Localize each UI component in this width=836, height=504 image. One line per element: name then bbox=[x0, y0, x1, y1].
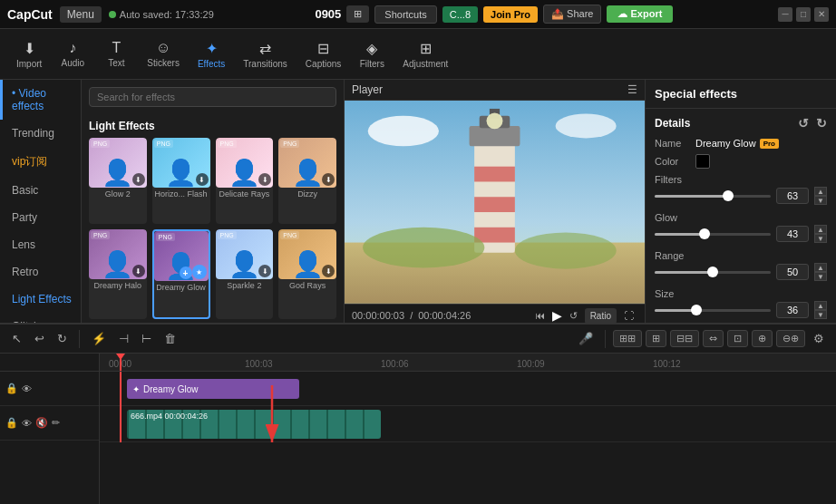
nav-retro[interactable]: Retro bbox=[0, 258, 81, 286]
loop-button[interactable]: ↺ bbox=[566, 308, 581, 323]
filters-down[interactable]: ▼ bbox=[814, 196, 827, 205]
fullscreen-button[interactable]: ⛶ bbox=[620, 308, 637, 323]
effect-godrays[interactable]: 👤 PNG ⬇ God Rays bbox=[278, 229, 336, 319]
svg-rect-4 bbox=[474, 197, 515, 212]
lock-icon[interactable]: 🔒 bbox=[5, 383, 18, 394]
svg-rect-3 bbox=[474, 167, 515, 182]
effect-glow2[interactable]: 👤 PNG ⬇ Glow 2 bbox=[89, 138, 147, 224]
redo-button[interactable]: ↻ bbox=[53, 329, 72, 348]
glow-value[interactable] bbox=[776, 226, 809, 242]
rewind-button[interactable]: ⏮ bbox=[531, 308, 549, 323]
audio-tool[interactable]: ♪ Audio bbox=[53, 36, 92, 72]
nav-lens[interactable]: Lens bbox=[0, 231, 81, 258]
trim-right-tool[interactable]: ⊢ bbox=[137, 329, 156, 348]
delete-tool[interactable]: 🗑 bbox=[160, 329, 180, 348]
reset-button[interactable]: ↺ bbox=[798, 116, 809, 131]
effects-tool[interactable]: ✦ Effects bbox=[190, 36, 232, 73]
captions-tool[interactable]: ⊟ Captions bbox=[298, 36, 348, 73]
shortcuts-button[interactable]: Shortcuts bbox=[374, 5, 436, 24]
color-swatch[interactable] bbox=[695, 154, 710, 169]
lock-icon2[interactable]: 🔒 bbox=[5, 417, 18, 429]
import-tool[interactable]: ⬇ Import bbox=[9, 36, 49, 73]
eye-icon[interactable]: 👁 bbox=[22, 383, 32, 394]
range-up[interactable]: ▲ bbox=[814, 263, 827, 272]
join-pro-button[interactable]: Join Pro bbox=[483, 6, 538, 23]
size-spinner[interactable]: ▲ ▼ bbox=[814, 301, 827, 319]
select-tool[interactable]: ↖ bbox=[7, 329, 26, 348]
dreamy-glow-clip[interactable]: ✦ Dreamy Glow bbox=[127, 379, 299, 399]
nav-trending[interactable]: Trending bbox=[0, 120, 81, 147]
minimize-button[interactable]: ─ bbox=[778, 7, 792, 22]
effect-delicate[interactable]: 👤 PNG ⬇ Delicate Rays bbox=[216, 138, 274, 224]
effect-dreamyhalo[interactable]: 👤 PNG ⬇ Dreamy Halo bbox=[89, 229, 147, 319]
effect-sparkle2[interactable]: 👤 PNG ⬇ Sparkle 2 bbox=[216, 229, 274, 319]
mute-icon[interactable]: 🔇 bbox=[35, 417, 48, 429]
mic-button[interactable]: 🎤 bbox=[574, 329, 598, 348]
undo-button[interactable]: ↩ bbox=[30, 329, 49, 348]
glow-down[interactable]: ▼ bbox=[814, 234, 827, 243]
share-button[interactable]: 📤 Share bbox=[543, 5, 601, 24]
ruler-mark-1: 100:03 bbox=[245, 359, 273, 369]
size-value[interactable] bbox=[776, 302, 809, 318]
fullscreen-button[interactable]: ⊞ bbox=[346, 5, 369, 23]
nav-glitch[interactable]: Glitch bbox=[0, 313, 81, 323]
user-button[interactable]: C...8 bbox=[442, 6, 478, 23]
video-clip[interactable]: 666.mp4 00:00:04:26 bbox=[127, 410, 381, 439]
redo-button[interactable]: ↻ bbox=[816, 116, 827, 131]
tl-btn6[interactable]: ⊕ bbox=[752, 330, 773, 347]
glow-up[interactable]: ▲ bbox=[814, 225, 827, 234]
range-spinner[interactable]: ▲ ▼ bbox=[814, 263, 827, 281]
filters-slider[interactable] bbox=[655, 195, 771, 198]
tracks-container: ✦ Dreamy Glow 666.mp4 00:00:04:26 bbox=[100, 372, 836, 442]
eye-icon2[interactable]: 👁 bbox=[22, 418, 32, 429]
trim-left-tool[interactable]: ⊣ bbox=[114, 329, 133, 348]
transitions-label: Transitions bbox=[243, 59, 287, 69]
filters-tool[interactable]: ◈ Filters bbox=[352, 36, 392, 73]
text-icon: T bbox=[112, 40, 121, 56]
search-input[interactable] bbox=[89, 87, 336, 107]
play-button[interactable]: ▶ bbox=[552, 308, 562, 323]
nav-party[interactable]: Party bbox=[0, 204, 81, 231]
ruler-mark-3: 100:09 bbox=[517, 359, 545, 369]
menu-button[interactable]: Menu bbox=[60, 6, 102, 23]
glow-slider[interactable] bbox=[655, 233, 771, 236]
zoom-btn[interactable]: ⊖⊕ bbox=[776, 330, 805, 347]
nav-basic[interactable]: Basic bbox=[0, 177, 81, 204]
range-value[interactable] bbox=[776, 264, 809, 280]
split-tool[interactable]: ⚡ bbox=[87, 329, 111, 348]
transitions-tool[interactable]: ⇄ Transitions bbox=[236, 36, 295, 73]
filters-value[interactable] bbox=[776, 188, 809, 204]
stickers-tool[interactable]: ☺ Stickers bbox=[140, 36, 187, 72]
effect-dreamyglow[interactable]: 👤 PNG ★ + Dreamy Glow bbox=[152, 229, 210, 319]
export-button[interactable]: ☁ Export bbox=[607, 5, 673, 23]
filters-up[interactable]: ▲ bbox=[814, 187, 827, 196]
tl-btn2[interactable]: ⊞ bbox=[646, 330, 666, 347]
adjustment-label: Adjustment bbox=[403, 59, 448, 69]
effect-dizzy[interactable]: 👤 PNG ⬇ Dizzy bbox=[278, 138, 336, 224]
tl-btn3[interactable]: ⊟⊟ bbox=[670, 330, 699, 347]
tl-btn1[interactable]: ⊞⊞ bbox=[613, 330, 642, 347]
range-slider[interactable] bbox=[655, 271, 771, 274]
effects-icon: ✦ bbox=[206, 40, 218, 57]
nav-light-effects[interactable]: Light Effects bbox=[0, 286, 81, 313]
player-menu-icon[interactable]: ☰ bbox=[627, 83, 637, 96]
ratio-button[interactable]: Ratio bbox=[585, 308, 617, 323]
adjustment-tool[interactable]: ⊞ Adjustment bbox=[395, 36, 455, 73]
close-button[interactable]: ✕ bbox=[814, 7, 829, 22]
edit-icon[interactable]: ✏ bbox=[52, 417, 60, 429]
size-slider[interactable] bbox=[655, 309, 771, 312]
autosave-dot bbox=[109, 11, 116, 18]
nav-vip[interactable]: vip订阅 bbox=[0, 147, 81, 177]
tl-btn5[interactable]: ⊡ bbox=[727, 330, 748, 347]
text-tool[interactable]: T Text bbox=[96, 36, 136, 72]
range-down[interactable]: ▼ bbox=[814, 272, 827, 281]
maximize-button[interactable]: □ bbox=[796, 7, 811, 22]
settings-button[interactable]: ⚙ bbox=[809, 329, 829, 348]
nav-video-effects[interactable]: • Video effects bbox=[0, 80, 81, 120]
glow-spinner[interactable]: ▲ ▼ bbox=[814, 225, 827, 243]
effect-horizflash[interactable]: 👤 PNG ⬇ Horizo... Flash bbox=[152, 138, 210, 224]
size-down[interactable]: ▼ bbox=[814, 310, 827, 319]
size-up[interactable]: ▲ bbox=[814, 301, 827, 310]
tl-btn4[interactable]: ⇔ bbox=[703, 330, 724, 347]
filters-spinner[interactable]: ▲ ▼ bbox=[814, 187, 827, 205]
